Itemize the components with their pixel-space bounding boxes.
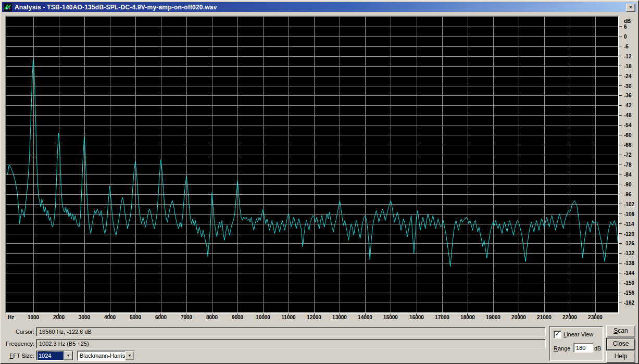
y-tickmark bbox=[619, 95, 622, 96]
y-tick-label: -48 bbox=[624, 112, 639, 118]
y-tick-label: -162 bbox=[624, 300, 639, 306]
fft-size-value: 1024 bbox=[37, 352, 64, 360]
cursor-readout: 16560 Hz, -122.6 dB bbox=[36, 327, 546, 336]
y-tickmark bbox=[619, 36, 622, 36]
linear-view-checkbox[interactable]: ✓ bbox=[554, 331, 561, 338]
x-tick-label: 3000 bbox=[71, 315, 97, 320]
frequency-label: Frequency: bbox=[3, 341, 34, 347]
y-tick-label: -24 bbox=[624, 73, 639, 79]
x-tick-label: 10000 bbox=[250, 315, 276, 320]
y-tick-label: -144 bbox=[624, 270, 639, 276]
help-button[interactable]: Help bbox=[606, 350, 635, 363]
x-tick-label: 11000 bbox=[275, 315, 302, 320]
spectrum-trace bbox=[8, 59, 618, 267]
y-tick-label: -84 bbox=[624, 172, 639, 178]
y-tickmark bbox=[619, 223, 622, 224]
x-tick-label: 9000 bbox=[224, 315, 250, 320]
y-tickmark bbox=[619, 56, 622, 56]
view-options-group: ✓ Linear View Range dB bbox=[549, 326, 604, 361]
x-tick-label: 7000 bbox=[173, 315, 199, 320]
fft-size-label: FFT Size: bbox=[3, 353, 34, 359]
y-tickmark bbox=[619, 194, 622, 194]
y-tickmark bbox=[619, 204, 622, 204]
window-function-combobox[interactable]: Blackmann-Harris ▼ bbox=[77, 350, 135, 361]
y-tick-label: -96 bbox=[624, 192, 639, 197]
x-tick-label: 17000 bbox=[429, 315, 455, 320]
window-title: Analysis - TSB-140AO-135dB-SPL-DC-4.9V-m… bbox=[15, 4, 217, 11]
y-tick-label: -102 bbox=[624, 202, 639, 207]
x-tick-label: 13000 bbox=[327, 315, 353, 320]
y-tickmark bbox=[619, 273, 622, 273]
range-input[interactable] bbox=[573, 343, 593, 353]
y-tick-label: -78 bbox=[624, 162, 639, 168]
x-tick-label: 6000 bbox=[148, 315, 174, 320]
y-tickmark bbox=[619, 76, 622, 76]
y-tick-label: -12 bbox=[624, 54, 639, 59]
y-tickmark bbox=[619, 125, 622, 125]
y-tick-label: -126 bbox=[624, 241, 639, 246]
y-tick-label: -156 bbox=[624, 290, 639, 296]
titlebar[interactable]: Analysis - TSB-140AO-135dB-SPL-DC-4.9V-m… bbox=[2, 2, 637, 12]
y-tick-label: -54 bbox=[624, 122, 639, 128]
y-axis-unit-label: dB bbox=[624, 18, 631, 24]
y-tick-label: -72 bbox=[624, 152, 639, 158]
y-tick-label: -18 bbox=[624, 64, 639, 69]
y-tick-label: -30 bbox=[624, 83, 639, 89]
x-tick-label: 12000 bbox=[301, 315, 327, 320]
y-tick-label: -66 bbox=[624, 142, 639, 148]
y-tick-label: -36 bbox=[624, 93, 639, 98]
x-tick-label: 8000 bbox=[199, 315, 225, 320]
y-tick-label: 6 bbox=[624, 24, 639, 30]
x-tick-label: 22000 bbox=[557, 315, 583, 320]
y-tickmark bbox=[619, 184, 622, 184]
cursor-label: Cursor: bbox=[3, 329, 34, 335]
window-function-dropdown-arrow-icon[interactable]: ▼ bbox=[125, 351, 134, 360]
y-tick-label: -138 bbox=[624, 260, 639, 266]
spectrum-plot[interactable] bbox=[5, 16, 619, 313]
y-tickmark bbox=[619, 46, 622, 46]
y-tick-label: -6 bbox=[624, 44, 639, 49]
window-function-value: Blackmann-Harris bbox=[79, 352, 125, 360]
x-tick-label: 16000 bbox=[404, 315, 430, 320]
x-tick-label: 2000 bbox=[46, 315, 72, 320]
y-tickmark bbox=[619, 243, 622, 244]
x-tick-label: 23000 bbox=[582, 315, 608, 320]
y-tickmark bbox=[619, 66, 622, 66]
x-tick-label: 21000 bbox=[531, 315, 557, 320]
scan-button[interactable]: Scan bbox=[606, 325, 635, 337]
analysis-window: Analysis - TSB-140AO-135dB-SPL-DC-4.9V-m… bbox=[0, 0, 639, 364]
y-tickmark bbox=[619, 283, 622, 283]
y-tickmark bbox=[619, 26, 622, 27]
close-button[interactable]: Close bbox=[606, 338, 635, 350]
y-tickmark bbox=[619, 293, 622, 293]
y-tickmark bbox=[619, 233, 622, 234]
x-axis-unit-label: Hz bbox=[8, 315, 14, 320]
x-tick-label: 19000 bbox=[480, 315, 506, 320]
y-tick-label: -132 bbox=[624, 250, 639, 256]
x-tick-label: 18000 bbox=[455, 315, 481, 320]
y-tick-label: -114 bbox=[624, 221, 639, 227]
y-tick-label: -42 bbox=[624, 103, 639, 108]
y-tick-label: 0 bbox=[624, 34, 639, 40]
y-tick-label: -90 bbox=[624, 182, 639, 187]
y-tickmark bbox=[619, 105, 622, 106]
range-unit-label: dB bbox=[594, 345, 601, 352]
y-tickmark bbox=[619, 115, 622, 116]
close-window-button[interactable]: ✕ bbox=[626, 4, 635, 12]
y-tickmark bbox=[619, 253, 622, 254]
x-tick-label: 5000 bbox=[122, 315, 148, 320]
range-label: Range bbox=[554, 345, 570, 352]
y-tick-label: -120 bbox=[624, 231, 639, 237]
fft-size-dropdown-arrow-icon[interactable]: ▼ bbox=[64, 351, 73, 360]
y-tickmark bbox=[619, 145, 622, 145]
frequency-readout: 1002.3 Hz (B5 +25) bbox=[36, 339, 546, 348]
x-tick-label: 1000 bbox=[20, 315, 46, 320]
spectrum-svg bbox=[6, 17, 618, 312]
fft-size-combobox[interactable]: 1024 ▼ bbox=[36, 350, 73, 361]
x-tick-label: 4000 bbox=[97, 315, 123, 320]
y-tickmark bbox=[619, 263, 622, 263]
y-tick-label: -108 bbox=[624, 211, 639, 217]
x-tick-label: 15000 bbox=[378, 315, 404, 320]
x-tick-label: 14000 bbox=[352, 315, 378, 320]
y-tick-label: -150 bbox=[624, 280, 639, 286]
